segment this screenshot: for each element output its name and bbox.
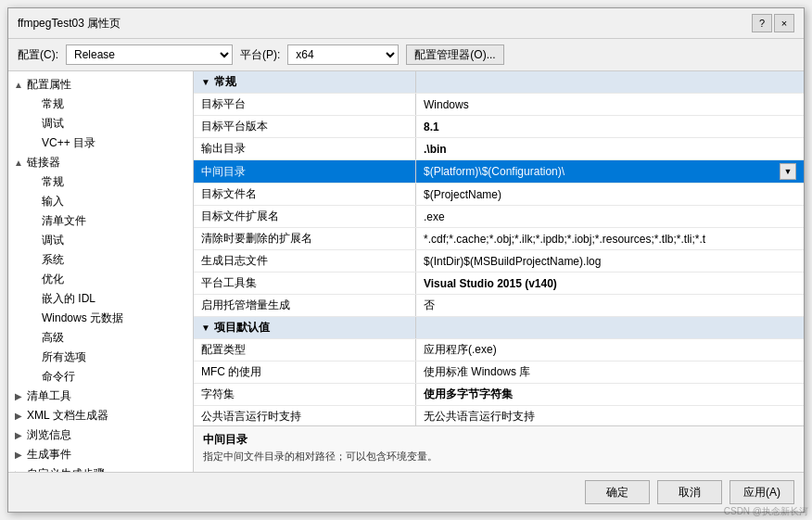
toolbar-row: 配置(C): Release 平台(P): x64 配置管理器(O)... [8, 39, 804, 71]
chevron-down-icon: ▼ [201, 77, 210, 87]
expand-icon: ▶ [12, 411, 25, 421]
sidebar-item-vcpp[interactable]: VC++ 目录 [8, 133, 193, 153]
sidebar-item-debug[interactable]: 调试 [8, 114, 193, 133]
platform-select[interactable]: x64 [287, 44, 399, 65]
prop-value: 否 [416, 295, 804, 316]
sidebar-item-input[interactable]: 输入 [8, 192, 193, 211]
sidebar-item-embedded-idl[interactable]: 嵌入的 IDL [8, 289, 193, 309]
prop-value: 8.1 [416, 116, 804, 137]
prop-name: 清除时要删除的扩展名 [194, 228, 416, 249]
table-row[interactable]: 生成日志文件 $(IntDir)$(MSBuildProjectName).lo… [194, 250, 804, 273]
prop-name: 目标平台 [194, 94, 416, 115]
sidebar-item-xml-gen[interactable]: ▶ XML 文档生成器 [8, 406, 193, 425]
prop-name: 输出目录 [194, 138, 416, 159]
table-row-intermediate-dir[interactable]: 中间目录 $(Platform)\$(Configuration)\ ▼ [194, 160, 804, 184]
config-label: 配置(C): [18, 47, 58, 63]
sidebar-item-custom-steps[interactable]: ▶ 自定义生成步骤 [8, 464, 193, 472]
prop-value-text: $(Platform)\$(Configuration)\ [424, 165, 565, 178]
prop-name: MFC 的使用 [194, 361, 416, 383]
dropdown-button[interactable]: ▼ [780, 163, 796, 180]
table-row[interactable]: 公共语言运行时支持 无公共语言运行时支持 [194, 406, 804, 425]
prop-name: 字符集 [194, 384, 416, 405]
sidebar-label: 命令行 [42, 369, 75, 385]
sidebar-item-config-props[interactable]: ▲ 配置属性 [8, 75, 193, 95]
prop-name: 目标平台版本 [194, 116, 416, 137]
sidebar-label: 输入 [42, 194, 64, 209]
prop-name: 中间目录 [194, 160, 416, 183]
prop-value: $(Platform)\$(Configuration)\ ▼ [416, 160, 804, 183]
sidebar-item-all-options[interactable]: 所有选项 [8, 348, 193, 367]
sidebar-item-linker-debug[interactable]: 调试 [8, 231, 193, 250]
sidebar-label: 清单文件 [42, 213, 86, 229]
title-controls: ? × [752, 14, 794, 32]
prop-name: 配置类型 [194, 339, 416, 361]
sidebar-label: Windows 元数据 [42, 311, 123, 326]
table-row[interactable]: 清除时要删除的扩展名 *.cdf;*.cache;*.obj;*.ilk;*.i… [194, 228, 804, 250]
sidebar-label: 浏览信息 [27, 427, 71, 443]
prop-value: $(ProjectName) [416, 184, 804, 205]
sidebar-item-optimize[interactable]: 优化 [8, 270, 193, 289]
sidebar-item-windows-meta[interactable]: Windows 元数据 [8, 309, 193, 328]
sidebar-item-manifest-tool[interactable]: ▶ 清单工具 [8, 387, 193, 406]
prop-value: 应用程序(.exe) [416, 339, 804, 361]
chevron-down-icon: ▼ [201, 323, 210, 333]
cancel-button[interactable]: 取消 [657, 480, 722, 504]
prop-name: 平台工具集 [194, 273, 416, 294]
sidebar-item-general[interactable]: 常规 [8, 95, 193, 114]
watermark: CSDN @执念新长河 [724, 505, 808, 518]
sidebar-label: VC++ 目录 [42, 135, 95, 151]
prop-value: 使用标准 Windows 库 [416, 361, 804, 383]
props-table: ▼ 常规 目标平台 Windows 目标平台版本 8.1 输出目录 [194, 71, 804, 425]
prop-value: .\bin [416, 138, 804, 159]
sidebar-item-linker[interactable]: ▲ 链接器 [8, 153, 193, 172]
config-select[interactable]: Release [66, 44, 233, 65]
table-row[interactable]: 输出目录 .\bin [194, 138, 804, 160]
sidebar-item-manifest-file[interactable]: 清单文件 [8, 211, 193, 231]
sidebar-item-linker-general[interactable]: 常规 [8, 172, 193, 192]
sidebar-item-build-events[interactable]: ▶ 生成事件 [8, 445, 193, 464]
prop-value: Visual Studio 2015 (v140) [416, 273, 804, 294]
config-mgr-button[interactable]: 配置管理器(O)... [406, 44, 503, 65]
bottom-buttons: 确定 取消 应用(A) [8, 472, 804, 512]
close-button[interactable]: × [774, 14, 794, 32]
table-row[interactable]: MFC 的使用 使用标准 Windows 库 [194, 361, 804, 384]
sidebar-label: 调试 [42, 233, 64, 248]
table-row[interactable]: 字符集 使用多字节字符集 [194, 384, 804, 406]
table-row[interactable]: 配置类型 应用程序(.exe) [194, 339, 804, 361]
sidebar-label: 常规 [42, 174, 64, 190]
title-bar: ffmpegTest03 属性页 ? × [8, 8, 804, 39]
sidebar-label: 清单工具 [27, 388, 71, 404]
platform-label: 平台(P): [240, 47, 280, 63]
sidebar-item-cmdline[interactable]: 命令行 [8, 367, 193, 387]
section-name: ▼ 常规 [194, 71, 416, 93]
dialog-title: ffmpegTest03 属性页 [18, 16, 121, 32]
prop-value: .exe [416, 206, 804, 227]
help-button[interactable]: ? [752, 14, 772, 32]
table-row[interactable]: 目标平台 Windows [194, 94, 804, 116]
table-row[interactable]: 启用托管增量生成 否 [194, 295, 804, 317]
sidebar-label: 生成事件 [27, 447, 71, 463]
sidebar-item-advanced[interactable]: 高级 [8, 328, 193, 348]
sidebar: ▲ 配置属性 常规 调试 VC++ 目录 ▲ 链接器 常规 [8, 71, 194, 472]
prop-name: 启用托管增量生成 [194, 295, 416, 316]
table-row[interactable]: 目标平台版本 8.1 [194, 116, 804, 138]
sidebar-label: 常规 [42, 96, 64, 112]
sidebar-label: 配置属性 [27, 77, 71, 93]
prop-value: 无公共语言运行时支持 [416, 406, 804, 425]
sidebar-item-system[interactable]: 系统 [8, 250, 193, 270]
section-header-project-defaults: ▼ 项目默认值 [194, 317, 804, 339]
prop-name: 生成日志文件 [194, 250, 416, 272]
description-text: 指定中间文件目录的相对路径；可以包含环境变量。 [203, 450, 794, 463]
main-dialog: ffmpegTest03 属性页 ? × 配置(C): Release 平台(P… [7, 7, 805, 513]
sidebar-label: 嵌入的 IDL [42, 291, 95, 307]
section-header-general: ▼ 常规 [194, 71, 804, 94]
table-row[interactable]: 平台工具集 Visual Studio 2015 (v140) [194, 273, 804, 295]
table-row[interactable]: 目标文件扩展名 .exe [194, 206, 804, 228]
table-row[interactable]: 目标文件名 $(ProjectName) [194, 184, 804, 206]
sidebar-label: 优化 [42, 272, 64, 287]
description-panel: 中间目录 指定中间文件目录的相对路径；可以包含环境变量。 [194, 425, 804, 472]
apply-button[interactable]: 应用(A) [730, 480, 794, 504]
prop-value: 使用多字节字符集 [416, 384, 804, 405]
sidebar-item-browse-info[interactable]: ▶ 浏览信息 [8, 425, 193, 445]
ok-button[interactable]: 确定 [585, 480, 650, 504]
